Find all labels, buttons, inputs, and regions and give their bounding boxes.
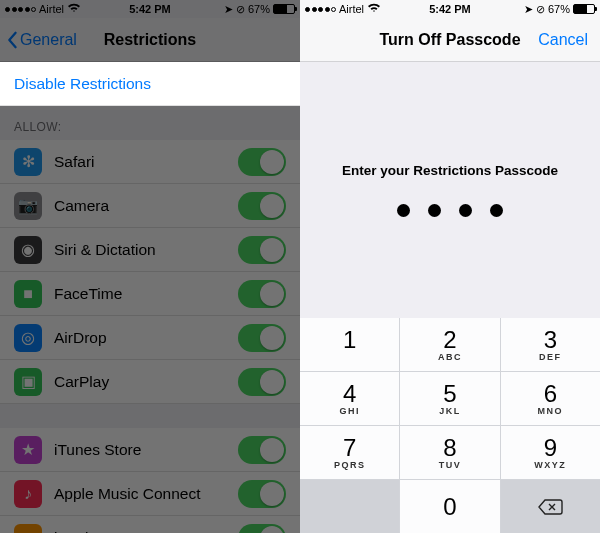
row-label: Apple Music Connect — [54, 485, 200, 503]
setting-row-siri[interactable]: ◉Siri & Dictation — [0, 228, 300, 272]
allow-section-header: ALLOW: — [0, 106, 300, 140]
status-bar: Airtel 5:42 PM ➤ ⊘ 67% — [300, 0, 600, 18]
key-letters — [348, 353, 352, 362]
key-letters: TUV — [439, 461, 462, 470]
row-label: iTunes Store — [54, 441, 141, 459]
ibooks-icon: ▭ — [14, 524, 42, 534]
backspace-icon — [537, 498, 563, 516]
setting-row-facetime[interactable]: ■FaceTime — [0, 272, 300, 316]
settings-restrictions-screen: Airtel 5:42 PM ➤ ⊘ 67% General Restricti… — [0, 0, 300, 533]
key-1[interactable]: 1 — [300, 318, 399, 371]
row-label: AirDrop — [54, 329, 107, 347]
signal-dots-icon — [305, 7, 336, 12]
key-digit: 0 — [443, 495, 456, 519]
key-digit: 2 — [443, 328, 456, 352]
setting-row-camera[interactable]: 📷Camera — [0, 184, 300, 228]
location-icon: ➤ — [224, 3, 233, 16]
key-letters: PQRS — [334, 461, 366, 470]
battery-icon — [573, 4, 595, 14]
airdrop-icon: ◎ — [14, 324, 42, 352]
wifi-icon — [367, 3, 381, 15]
key-0[interactable]: 0 — [400, 480, 499, 533]
row-label: Camera — [54, 197, 109, 215]
status-time: 5:42 PM — [429, 3, 471, 15]
key-9[interactable]: 9WXYZ — [501, 426, 600, 479]
cancel-button[interactable]: Cancel — [538, 31, 588, 49]
disable-restrictions-row[interactable]: Disable Restrictions — [0, 62, 300, 106]
setting-row-safari[interactable]: ✻Safari — [0, 140, 300, 184]
status-bar: Airtel 5:42 PM ➤ ⊘ 67% — [0, 0, 300, 18]
nav-bar: General Restrictions — [0, 18, 300, 62]
row-label: CarPlay — [54, 373, 109, 391]
camera-icon: 📷 — [14, 192, 42, 220]
row-label: Safari — [54, 153, 95, 171]
toggle-switch[interactable] — [238, 192, 286, 220]
passcode-prompt: Enter your Restrictions Passcode — [342, 163, 558, 178]
key-3[interactable]: 3DEF — [501, 318, 600, 371]
safari-icon: ✻ — [14, 148, 42, 176]
key-digit: 6 — [544, 382, 557, 406]
battery-icon — [273, 4, 295, 14]
key-letters: JKL — [439, 407, 461, 416]
toggle-switch[interactable] — [238, 368, 286, 396]
carplay-icon: ▣ — [14, 368, 42, 396]
chevron-left-icon — [6, 31, 18, 49]
status-time: 5:42 PM — [129, 3, 171, 15]
toggle-switch[interactable] — [238, 480, 286, 508]
key-2[interactable]: 2ABC — [400, 318, 499, 371]
setting-row-music[interactable]: ♪Apple Music Connect — [0, 472, 300, 516]
key-letters: DEF — [539, 353, 562, 362]
toggle-switch[interactable] — [238, 236, 286, 264]
facetime-icon: ■ — [14, 280, 42, 308]
key-backspace[interactable] — [501, 480, 600, 533]
battery-percent: 67% — [248, 3, 270, 15]
wifi-icon — [67, 3, 81, 15]
key-4[interactable]: 4GHI — [300, 372, 399, 425]
setting-row-itunes[interactable]: ★iTunes Store — [0, 428, 300, 472]
passcode-dots — [397, 204, 503, 217]
battery-percent: 67% — [548, 3, 570, 15]
key-6[interactable]: 6MNO — [501, 372, 600, 425]
key-letters: MNO — [538, 407, 564, 416]
key-8[interactable]: 8TUV — [400, 426, 499, 479]
setting-row-airdrop[interactable]: ◎AirDrop — [0, 316, 300, 360]
key-digit: 7 — [343, 436, 356, 460]
key-7[interactable]: 7PQRS — [300, 426, 399, 479]
toggle-switch[interactable] — [238, 524, 286, 534]
location-icon: ➤ — [524, 3, 533, 16]
signal-dots-icon — [5, 7, 36, 12]
key-blank — [300, 480, 399, 533]
key-5[interactable]: 5JKL — [400, 372, 499, 425]
key-digit: 8 — [443, 436, 456, 460]
key-digit: 9 — [544, 436, 557, 460]
nav-title: Turn Off Passcode — [379, 31, 520, 49]
setting-row-ibooks[interactable]: ▭iBooks Store — [0, 516, 300, 533]
toggle-switch[interactable] — [238, 436, 286, 464]
itunes-icon: ★ — [14, 436, 42, 464]
numeric-keypad: 1 2ABC3DEF4GHI5JKL6MNO7PQRS8TUV9WXYZ0 — [300, 318, 600, 533]
toggle-switch[interactable] — [238, 148, 286, 176]
key-digit: 5 — [443, 382, 456, 406]
toggle-switch[interactable] — [238, 280, 286, 308]
disable-restrictions-label: Disable Restrictions — [14, 75, 151, 93]
back-button[interactable]: General — [6, 31, 77, 49]
siri-icon: ◉ — [14, 236, 42, 264]
passcode-screen: Airtel 5:42 PM ➤ ⊘ 67% Turn Off Passcode… — [300, 0, 600, 533]
toggle-switch[interactable] — [238, 324, 286, 352]
alarm-icon: ⊘ — [236, 3, 245, 16]
row-label: iBooks Store — [54, 529, 142, 534]
row-label: Siri & Dictation — [54, 241, 156, 259]
key-letters: ABC — [438, 353, 462, 362]
back-label: General — [20, 31, 77, 49]
key-digit: 3 — [544, 328, 557, 352]
passcode-body: Enter your Restrictions Passcode — [300, 62, 600, 318]
nav-title: Restrictions — [104, 31, 196, 49]
row-label: FaceTime — [54, 285, 122, 303]
nav-bar: Turn Off Passcode Cancel — [300, 18, 600, 62]
setting-row-carplay[interactable]: ▣CarPlay — [0, 360, 300, 404]
key-letters: WXYZ — [534, 461, 566, 470]
music-icon: ♪ — [14, 480, 42, 508]
key-letters: GHI — [339, 407, 360, 416]
key-digit: 1 — [343, 328, 356, 352]
carrier-name: Airtel — [39, 3, 64, 15]
